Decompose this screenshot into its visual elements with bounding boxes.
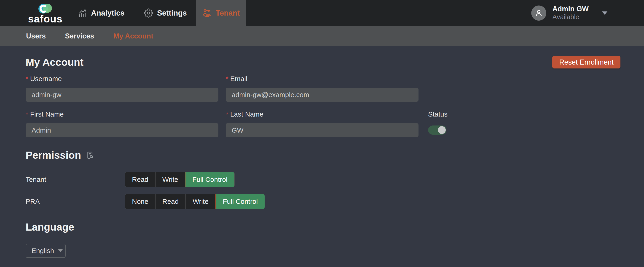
pra-permission-label: PRA [26, 198, 125, 205]
subnav-item-users[interactable]: Users [26, 32, 46, 40]
required-asterisk: * [26, 110, 28, 118]
main-content: My Account Reset Enrollment * Username *… [0, 56, 644, 258]
nav-item-analytics[interactable]: Analytics [78, 0, 125, 26]
status-toggle[interactable] [428, 125, 446, 135]
tenant-permission-write[interactable]: Write [155, 172, 185, 187]
form-row-name-status: * First Name * Last Name Status [26, 110, 620, 137]
brand-wordmark: safous [28, 14, 62, 24]
last-name-label: * Last Name [226, 110, 418, 118]
tenant-permission-full-control[interactable]: Full Control [185, 172, 234, 187]
file-search-icon [86, 150, 94, 160]
nav-settings-label: Settings [157, 9, 187, 18]
top-navigation-bar: safous Analytics Settings [0, 0, 644, 26]
tenant-sub-navigation: Users Services My Account [0, 26, 644, 46]
required-asterisk: * [226, 110, 228, 118]
tenant-permission-read[interactable]: Read [125, 172, 155, 187]
permission-row-pra: PRA None Read Write Full Control [26, 194, 620, 209]
tenant-permission-group: Read Write Full Control [125, 172, 235, 187]
email-label: * Email [226, 75, 418, 83]
field-status: Status [428, 110, 448, 137]
first-name-input[interactable] [26, 123, 218, 137]
username-input[interactable] [26, 88, 218, 102]
nav-analytics-label: Analytics [91, 9, 125, 18]
language-section-title: Language [26, 222, 620, 232]
language-selected-value: English [32, 247, 54, 255]
first-name-label: * First Name [26, 110, 218, 118]
user-menu[interactable]: Admin GW Available [531, 0, 608, 26]
subnav-item-my-account[interactable]: My Account [114, 32, 154, 40]
nav-tab-tenant-active[interactable]: Tenant [196, 0, 246, 26]
field-first-name: * First Name [26, 110, 218, 137]
user-availability-status: Available [552, 13, 589, 21]
page-title: My Account [26, 57, 84, 67]
email-input[interactable] [226, 88, 418, 102]
permission-section-title: Permission [26, 150, 620, 160]
last-name-input[interactable] [226, 123, 418, 137]
analytics-chart-icon [78, 9, 87, 18]
nav-tenant-label: Tenant [216, 9, 240, 18]
form-row-username-email: * Username * Email [26, 75, 620, 102]
pra-permission-none[interactable]: None [125, 194, 155, 209]
chevron-down-icon[interactable] [602, 12, 608, 15]
user-name: Admin GW [552, 5, 589, 13]
pra-permission-group: None Read Write Full Control [125, 194, 265, 209]
select-caret-icon [58, 249, 63, 252]
required-asterisk: * [226, 75, 228, 83]
nav-item-settings[interactable]: Settings [144, 0, 187, 26]
required-asterisk: * [26, 75, 28, 83]
pra-permission-write[interactable]: Write [186, 194, 215, 209]
reset-enrollment-button[interactable]: Reset Enrollment [552, 56, 620, 69]
toggle-knob [438, 126, 446, 134]
page-header: My Account Reset Enrollment [26, 56, 620, 69]
field-last-name: * Last Name [226, 110, 418, 137]
key-in-hand-icon [202, 8, 212, 18]
gear-icon [144, 9, 153, 18]
username-label: * Username [26, 75, 218, 83]
pra-permission-read[interactable]: Read [155, 194, 186, 209]
pra-permission-full-control[interactable]: Full Control [216, 194, 264, 209]
user-meta: Admin GW Available [552, 5, 589, 21]
safous-logo-icon [38, 3, 53, 14]
language-select[interactable]: English [26, 244, 66, 258]
field-username: * Username [26, 75, 218, 102]
field-email: * Email [226, 75, 418, 102]
status-label: Status [428, 110, 448, 118]
safous-logo: safous [26, 0, 65, 26]
tenant-permission-label: Tenant [26, 176, 125, 183]
permission-row-tenant: Tenant Read Write Full Control [26, 172, 620, 187]
person-icon [534, 9, 544, 18]
subnav-item-services[interactable]: Services [65, 32, 94, 40]
avatar[interactable] [531, 6, 546, 21]
